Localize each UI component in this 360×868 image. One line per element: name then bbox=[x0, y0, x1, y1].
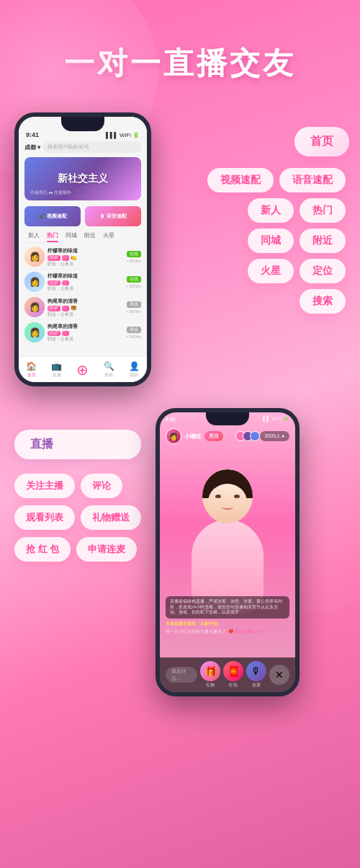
online-badge-2: 在线 bbox=[127, 276, 141, 283]
feature-comment: 评论 bbox=[81, 474, 122, 498]
live-host-avatar: 👩 bbox=[166, 428, 181, 444]
chat-gift-2: ❤️ 爱心玫瑰×100 bbox=[228, 629, 261, 635]
phone-search-bar: 成都 ▾ 搜索用户昵称/ID号 bbox=[19, 140, 147, 154]
quick-match-buttons: 📹 视频速配 🎙 语音速配 bbox=[19, 203, 147, 229]
user-list: 👩 柠檬草的味道 20岁 ♀ 🍋 职业：公务员 在线 ≈ 500km bbox=[19, 243, 147, 347]
status-icons: ▌▌▌ WiFi 🔋 bbox=[106, 132, 140, 138]
live-feature-row-2: 观看列表 礼物赠送 bbox=[14, 505, 141, 530]
live-mic-label: 连麦 bbox=[252, 682, 261, 688]
feature-row-5: 搜索 bbox=[300, 289, 346, 314]
homepage-features: 首页 视频速配 语音速配 新人 热门 同城 附近 火星 定位 搜索 bbox=[207, 112, 346, 314]
voice-match-label: 语音速配 bbox=[107, 213, 127, 220]
comment-box-main: 直播提倡绿色直播，严谨涉黄、涉恐、涉黄、黄公房弄等内容，若发现24小时违规，请您… bbox=[166, 596, 289, 619]
live-signal-icons: ▌▌ WiFi 🔋 bbox=[263, 416, 289, 422]
live-comments: 直播提倡绿色直播，严谨涉黄、涉恐、涉黄、黄公房弄等内容，若发现24小时违规，请您… bbox=[160, 593, 295, 638]
tag-gender-2: ♀ bbox=[62, 280, 69, 285]
live-section-label: 直播 bbox=[14, 430, 141, 459]
feature-new: 新人 bbox=[248, 198, 294, 223]
feature-row-2: 新人 热门 bbox=[248, 198, 346, 223]
live-bottom-bar: 说点什么... 🎁 礼物 🧧 红包 🎙 连麦 ✕ bbox=[160, 657, 295, 692]
bottom-nav-discover-label: 发现 bbox=[104, 372, 113, 378]
viewer-avatars bbox=[235, 431, 257, 441]
fire-icon-3: 🐯 bbox=[71, 306, 77, 311]
chat-row-2: 另一只小叮当送给主播主播送了 ❤️ 爱心玫瑰×100 bbox=[166, 629, 289, 635]
user-tags-3: 25岁 ♀ 🐯 bbox=[48, 306, 123, 311]
bottom-nav-discover[interactable]: 🔍 发现 bbox=[104, 361, 114, 378]
voice-match-btn[interactable]: 🎙 语音速配 bbox=[85, 206, 141, 226]
live-mic-btn[interactable]: 🎙 bbox=[246, 661, 266, 681]
search-input[interactable]: 搜索用户昵称/ID号 bbox=[43, 141, 141, 153]
signal-icon: ▌▌▌ bbox=[106, 132, 118, 138]
user-avatar-3: 👩 bbox=[24, 297, 45, 317]
user-item-2[interactable]: 👩 柠檬草的味道 22岁 ♀ 职业：公务员 在线 ≈ 500km bbox=[24, 270, 141, 295]
feature-video-match: 视频速配 bbox=[207, 168, 274, 192]
city-selector[interactable]: 成都 ▾ bbox=[24, 143, 40, 151]
chat-prefix-2: 另一只小叮当送给主播主播送了 bbox=[166, 629, 226, 635]
feature-same-city: 同城 bbox=[248, 229, 294, 253]
bottom-nav-center[interactable]: ⊕ bbox=[76, 361, 89, 378]
live-gift-label: 礼物 bbox=[206, 682, 215, 688]
live-action-red-col: 🧧 红包 bbox=[223, 661, 243, 688]
user-dist-4: ≈ 500km bbox=[126, 335, 141, 339]
user-item-3[interactable]: 👩 狗尾草的清香 25岁 ♀ 🐯 职业：公务员 离线 ≈ 500km bbox=[24, 295, 141, 320]
user-dist-1: ≈ 500km bbox=[126, 259, 141, 263]
user-item-1[interactable]: 👩 柠檬草的味道 20岁 ♀ 🍋 职业：公务员 在线 ≈ 500km bbox=[24, 244, 141, 270]
tag-gender-1: ♀ bbox=[62, 255, 69, 261]
profile-icon: 👤 bbox=[129, 361, 140, 371]
feature-location: 定位 bbox=[300, 259, 346, 283]
feature-red-packet: 抢 红 包 bbox=[14, 537, 71, 562]
user-avatar-2: 👩 bbox=[24, 272, 45, 292]
user-name-2: 柠檬草的味道 bbox=[48, 273, 123, 280]
live-phone-mockup: 9:41 ▌▌ WiFi 🔋 👩 小嘟呔 关注 bbox=[156, 408, 300, 696]
live-feature-row-3: 抢 红 包 申请连麦 bbox=[14, 537, 141, 562]
live-redpacket-label: 红包 bbox=[229, 682, 238, 688]
user-item-4[interactable]: 👩 狗尾草的清香 23岁 ♀ 职业：公务员 离线 ≈ 500km bbox=[24, 320, 141, 345]
live-screen: 9:41 ▌▌ WiFi 🔋 👩 小嘟呔 关注 bbox=[160, 412, 295, 692]
feature-follow-host: 关注主播 bbox=[14, 474, 75, 498]
bottom-nav-home[interactable]: 🏠 首页 bbox=[26, 361, 37, 378]
feature-row-1: 视频速配 语音速配 bbox=[207, 168, 346, 192]
tab-nearby[interactable]: 附近 bbox=[81, 231, 99, 241]
live-chat-input[interactable]: 说点什么... bbox=[166, 667, 197, 683]
homepage-section-label: 首页 bbox=[294, 127, 349, 156]
live-redpacket-btn[interactable]: 🧧 bbox=[223, 661, 243, 681]
feature-watch-list: 观看列表 bbox=[14, 505, 75, 530]
phone-mockup-home: 9:41 ▌▌▌ WiFi 🔋 成都 ▾ 搜索用户昵称/ID号 新社交主义 不能… bbox=[14, 112, 151, 386]
bottom-nav-home-label: 首页 bbox=[27, 372, 36, 378]
bottom-nav-live[interactable]: 📺 直播 bbox=[51, 361, 62, 378]
online-badge-1: 在线 bbox=[127, 251, 141, 257]
tab-same-city[interactable]: 同城 bbox=[62, 231, 81, 241]
phone-banner[interactable]: 新社交主义 不能而已 ▸▸ 充值额外 bbox=[24, 157, 141, 200]
user-info-3: 狗尾草的清香 25岁 ♀ 🐯 职业：公务员 bbox=[48, 298, 123, 317]
user-tags-4: 23岁 ♀ bbox=[48, 331, 123, 336]
follow-btn[interactable]: 关注 bbox=[204, 431, 223, 441]
battery-icon: 🔋 bbox=[132, 132, 140, 138]
live-close-btn[interactable]: ✕ bbox=[269, 665, 289, 685]
live-phone-notch bbox=[206, 412, 249, 425]
offline-badge-3: 离线 bbox=[127, 301, 141, 308]
offline-badge-4: 离线 bbox=[127, 327, 141, 333]
tab-mars[interactable]: 火星 bbox=[99, 231, 118, 241]
live-action-close-col: ✕ bbox=[269, 665, 289, 685]
user-tags-1: 20岁 ♀ 🍋 bbox=[48, 255, 123, 261]
bottom-nav-profile[interactable]: 👤 我的 bbox=[129, 361, 140, 378]
banner-sub: 不能而已 ▸▸ 充值额外 bbox=[30, 190, 71, 196]
user-name-1: 柠檬草的味道 bbox=[48, 247, 123, 254]
tag-gender-3: ♀ bbox=[62, 306, 69, 311]
tab-hot[interactable]: 热门 bbox=[43, 231, 62, 241]
wifi-icon: WiFi bbox=[120, 132, 131, 138]
phone-notch bbox=[61, 117, 104, 131]
tag-gender-4: ♀ bbox=[62, 331, 69, 336]
feature-row-3: 同城 附近 bbox=[248, 229, 346, 253]
feature-nearby: 附近 bbox=[300, 229, 346, 253]
tab-new[interactable]: 新人 bbox=[24, 231, 43, 241]
user-info-1: 柠檬草的味道 20岁 ♀ 🍋 职业：公务员 bbox=[48, 247, 123, 267]
live-user-info: 👩 小嘟呔 关注 bbox=[166, 428, 223, 444]
feature-hot: 热门 bbox=[300, 198, 346, 223]
live-gift-btn[interactable]: 🎁 bbox=[200, 661, 220, 681]
discover-icon: 🔍 bbox=[104, 361, 114, 371]
video-match-btn[interactable]: 📹 视频速配 bbox=[24, 206, 81, 226]
phone-bottom-nav: 🏠 首页 📺 直播 ⊕ 🔍 发现 👤 我的 bbox=[19, 356, 147, 382]
tag-age-4: 23岁 bbox=[48, 331, 60, 336]
user-info-4: 狗尾草的清香 23岁 ♀ 职业：公务员 bbox=[48, 323, 123, 342]
